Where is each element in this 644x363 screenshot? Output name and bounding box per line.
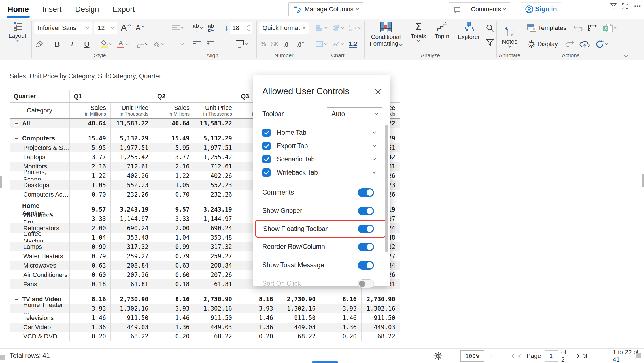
decrease-font-button[interactable]: A [134,22,146,34]
unit-price-cell[interactable]: 1,255.42 [110,152,153,162]
unit-price-cell[interactable]: 232.26 [194,190,237,199]
top-n-button[interactable]: Top n [432,20,452,40]
unit-price-cell[interactable]: 911.50 [194,313,237,323]
italic-button[interactable]: I [65,38,78,50]
toggle-row-show-floating-toolbar[interactable]: Show Floating Toolbar [255,220,386,238]
unit-price-cell[interactable]: 13,583.22 [110,119,153,128]
sales-cell[interactable]: 3.93 [153,304,194,313]
toggle-row-show-gripper[interactable]: Show Gripper [262,202,382,220]
sales-cell[interactable]: 40.64 [153,119,194,128]
checkbox-row-writeback-tab[interactable]: Writeback Tab [262,166,382,179]
sales-cell[interactable]: 3.33 [153,214,194,223]
row-label-cell[interactable]: Washers & Dry… [10,214,69,223]
refresh-button[interactable] [595,40,608,49]
unit-price-cell[interactable]: 5,132.29 [110,134,153,143]
unit-price-cell[interactable]: 690.24 [110,223,153,233]
row-label-cell[interactable]: All [10,119,69,128]
sales-cell[interactable]: 1.46 [69,313,110,323]
sales-cell[interactable]: 0.20 [69,332,110,341]
combo-chart-button[interactable] [347,22,362,34]
sales-cell[interactable]: 8.16 [237,294,278,304]
quick-format-select[interactable]: Quick Format [259,22,309,34]
sales-cell[interactable]: 0.20 [237,332,278,341]
collapse-icon[interactable] [14,136,19,141]
wrap-text-button[interactable]: abc↵ [206,22,217,34]
filter-icon[interactable] [610,3,617,10]
sales-cell[interactable]: 1.46 [237,313,278,323]
unit-price-cell[interactable]: 449.03 [278,323,320,332]
increase-indent-button[interactable] [205,38,216,50]
unit-price-cell[interactable]: 1,255.42 [194,152,237,162]
sales-cell[interactable]: 0.99 [153,242,194,251]
ribbon-collapse-icon[interactable] [624,54,628,57]
sales-cell[interactable]: 3.77 [153,152,194,162]
unit-price-cell[interactable]: 449.03 [110,323,153,332]
sales-cell[interactable]: 3.33 [69,214,110,223]
sales-cell[interactable]: 0.18 [153,279,194,289]
unit-price-cell[interactable]: 1,144.97 [110,214,153,223]
sales-cell[interactable]: 0.63 [69,261,110,270]
bold-button[interactable]: B [51,38,64,50]
toggle-row-show-toast-message[interactable]: Show Toast Message [262,256,382,274]
chevron-down-icon[interactable] [373,144,376,147]
sales-cell[interactable]: 2.00 [69,223,110,233]
totals-button[interactable]: Σ Totals [408,20,429,42]
unit-price-cell[interactable]: 402.26 [194,171,237,180]
horizontal-scrollbar-track[interactable] [0,360,644,360]
unit-price-cell[interactable]: 449.03 [361,323,400,332]
sales-cell[interactable]: 5.95 [153,143,194,152]
unit-price-cell[interactable]: 13,583.22 [194,119,237,128]
collapse-icon[interactable] [14,297,19,302]
unit-price-cell[interactable]: 5,132.29 [194,134,237,143]
horizontal-align-button[interactable] [171,22,185,34]
sales-cell[interactable]: 0.99 [69,242,110,251]
unit-price-cell[interactable]: 1,302.16 [278,304,320,313]
row-label-cell[interactable]: Computers [10,134,69,143]
unit-price-cell[interactable]: 317.32 [110,242,153,251]
row-label-cell[interactable]: Televisions [10,313,69,323]
sales-cell[interactable]: 1.36 [153,323,194,332]
unit-price-cell[interactable]: 207.26 [194,270,237,279]
sales-cell[interactable]: 3.93 [237,304,278,313]
unit-price-cell[interactable]: 2,730.90 [110,294,153,304]
text-overflow-button[interactable]: ab→ [191,22,204,34]
sales-cell[interactable]: 1.36 [237,323,278,332]
expand-icon[interactable] [622,3,629,10]
row-label-cell[interactable]: Lamps [10,242,69,251]
dialog-scrollbar[interactable] [385,125,388,252]
row-label-cell[interactable]: Desktops [10,180,69,190]
row-label-cell[interactable]: Computers Ac… [10,190,69,199]
sales-cell[interactable]: 1.04 [153,233,194,242]
ruler-icon[interactable] [588,24,598,32]
sales-cell[interactable]: 3.93 [320,304,361,313]
table-row[interactable]: Car Video1.36449.031.36449.031.36449.031… [10,323,400,332]
sales-cell[interactable]: 0.60 [69,270,110,279]
row-label-cell[interactable]: Air Conditioners [10,270,69,279]
unit-price-cell[interactable]: 552.23 [110,180,153,190]
table-row[interactable]: Televisions1.46911.501.46911.501.46911.5… [10,313,400,323]
unit-price-cell[interactable]: 2,730.90 [361,294,400,304]
search-icon[interactable] [486,24,494,33]
sales-cell[interactable]: 8.16 [320,294,361,304]
display-button[interactable]: Display [525,38,560,50]
percent-button[interactable]: % [259,38,268,50]
toggle-switch[interactable] [358,225,374,233]
prev-page-button[interactable] [519,355,522,358]
collapse-icon[interactable] [14,121,19,126]
redo-icon[interactable] [565,41,574,48]
bar-chart-button[interactable] [314,22,329,34]
sales-cell[interactable]: 1.04 [69,233,110,242]
table-chart-button[interactable] [314,38,329,50]
format-painter-button[interactable] [34,38,45,50]
sales-cell[interactable]: 1.22 [69,171,110,180]
row-label-cell[interactable]: Laptops [10,152,69,162]
sales-cell[interactable]: 15.49 [153,134,194,143]
row-height-input[interactable]: 18 [230,22,252,34]
increase-font-button[interactable]: A [119,22,132,34]
sales-cell[interactable]: 3.77 [69,152,110,162]
unit-price-cell[interactable]: 207.26 [110,270,153,279]
templates-button[interactable]: Templates [525,22,568,34]
clear-format-button[interactable] [151,38,166,50]
unit-price-cell[interactable]: 911.50 [110,313,153,323]
sales-header[interactable]: Salesin Millions [69,103,110,118]
